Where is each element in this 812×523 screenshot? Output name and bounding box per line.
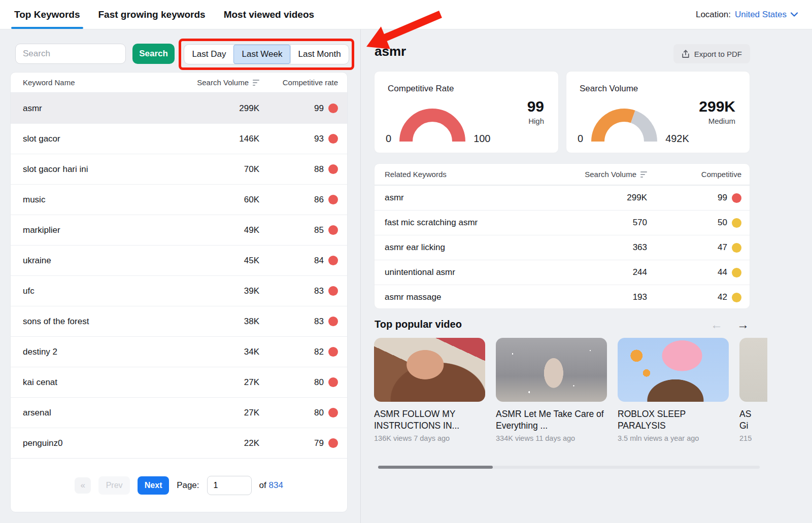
video-card[interactable]: ASMR FOLLOW MY INSTRUCTIONS IN... 136K v…	[374, 338, 485, 455]
keyword-rate: 80	[314, 408, 324, 418]
column-keyword-name: Keyword Name	[23, 78, 163, 87]
related-rate: 99	[718, 193, 727, 203]
table-row[interactable]: kai cenat 27K 80	[11, 367, 347, 397]
location-value: United States	[735, 10, 787, 20]
time-filter-last-month[interactable]: Last Month	[290, 45, 349, 64]
location-label: Location:	[696, 10, 731, 20]
related-row[interactable]: asmr massage 193 42	[375, 285, 750, 309]
tab-label: Top Keywords	[14, 9, 80, 20]
tab-most-viewed-videos[interactable]: Most viewed videos	[224, 0, 314, 29]
competitive-dot	[732, 218, 741, 228]
time-filter-last-week[interactable]: Last Week	[233, 45, 290, 64]
search-volume-card: Search Volume 0 492K 299K Medium	[566, 71, 750, 153]
tab-label: Fast growing keywords	[98, 9, 206, 20]
search-volume-gauge	[586, 104, 662, 145]
time-filter-group: Last Day Last Week Last Month	[184, 44, 349, 64]
related-row[interactable]: asmr ear licking 363 47	[375, 235, 750, 260]
page-number-input[interactable]	[207, 476, 252, 495]
table-row[interactable]: arsenal 27K 80	[11, 397, 347, 428]
column-search-volume[interactable]: Search Volume	[585, 170, 647, 179]
related-rate: 50	[718, 218, 727, 228]
keyword-volume: 60K	[244, 195, 259, 205]
export-pdf-button[interactable]: Export to PDF	[673, 44, 750, 63]
table-row[interactable]: slot gacor hari ini 70K 88	[11, 154, 347, 184]
keyword-name: penguinz0	[23, 438, 163, 448]
pagination: « Prev Next Page: of 834	[11, 458, 347, 512]
video-card[interactable]: ROBLOX SLEEP PARALYSIS 3.5 mln views a y…	[618, 338, 729, 455]
keyword-rate: 86	[314, 195, 324, 205]
carousel-scrollbar-thumb[interactable]	[378, 466, 493, 469]
table-row[interactable]: ukraine 45K 84	[11, 245, 347, 275]
competitive-dot	[328, 195, 338, 204]
gauge-level: Medium	[699, 117, 735, 125]
table-row[interactable]: slot gacor 146K 93	[11, 123, 347, 154]
video-title: AS Gi	[739, 408, 767, 432]
related-rate: 44	[718, 267, 727, 277]
competitive-dot	[328, 438, 338, 448]
search-button[interactable]: Search	[132, 44, 175, 64]
location-selector[interactable]: Location: United States	[696, 10, 798, 20]
panel-divider	[360, 29, 361, 523]
competitive-dot	[328, 377, 338, 387]
column-related-keywords: Related Keywords	[385, 170, 535, 179]
related-table-header: Related Keywords Search Volume Competiti…	[375, 164, 750, 185]
keyword-name: ukraine	[23, 256, 163, 266]
video-card[interactable]: ASMR Let Me Take Care of Everything ... …	[496, 338, 607, 455]
keyword-volume: 299K	[239, 103, 259, 114]
prev-page-button[interactable]: Prev	[98, 476, 130, 495]
related-row[interactable]: asmr 299K 99	[375, 185, 750, 210]
related-rate: 42	[718, 292, 727, 302]
table-row[interactable]: destiny 2 34K 82	[11, 336, 347, 367]
table-row[interactable]: markiplier 49K 85	[11, 215, 347, 245]
competitive-dot	[328, 286, 338, 296]
keyword-rate: 83	[314, 317, 324, 327]
video-thumbnail[interactable]	[618, 338, 729, 402]
keyword-name: slot gacor	[23, 134, 163, 144]
carousel-next-icon[interactable]: →	[737, 319, 749, 331]
annotation-highlight-box: Last Day Last Week Last Month	[179, 39, 354, 70]
table-row[interactable]: sons of the forest 38K 83	[11, 306, 347, 336]
total-pages-link[interactable]: 834	[268, 480, 283, 490]
carousel-prev-icon[interactable]: ←	[710, 319, 723, 331]
video-thumbnail[interactable]	[496, 338, 607, 402]
competitive-dot	[328, 164, 338, 174]
page: Top Keywords Fast growing keywords Most …	[0, 0, 812, 523]
tab-top-keywords[interactable]: Top Keywords	[14, 0, 80, 29]
competitive-dot	[328, 103, 338, 113]
keyword-rate: 88	[314, 164, 324, 175]
related-row[interactable]: unintentional asmr 244 44	[375, 260, 750, 285]
keyword-name: music	[23, 195, 163, 205]
next-page-button[interactable]: Next	[138, 476, 169, 495]
keyword-volume: 49K	[244, 225, 259, 235]
keyword-name: markiplier	[23, 225, 163, 235]
gauge-value: 299K	[699, 98, 735, 115]
related-row[interactable]: fast mic scratching asmr 570 50	[375, 210, 750, 235]
time-filter-last-day[interactable]: Last Day	[184, 45, 233, 64]
videos-carousel-nav: ← →	[710, 319, 749, 331]
gauge-max: 100	[473, 133, 490, 145]
main-tabs: Top Keywords Fast growing keywords Most …	[14, 0, 314, 29]
video-card[interactable]: AS Gi 215	[739, 338, 767, 455]
column-search-volume[interactable]: Search Volume	[197, 78, 259, 87]
related-volume: 570	[633, 218, 647, 228]
top-popular-video-heading: Top popular video	[375, 319, 462, 330]
keyword-volume: 27K	[244, 377, 259, 388]
tab-label: Most viewed videos	[224, 9, 314, 20]
first-page-button[interactable]: «	[75, 477, 91, 494]
carousel-scrollbar-track[interactable]	[378, 466, 760, 469]
related-name: asmr	[385, 193, 535, 203]
table-row[interactable]: penguinz0 22K 79	[11, 428, 347, 458]
table-row[interactable]: music 60K 86	[11, 184, 347, 215]
export-icon	[682, 50, 690, 58]
video-thumbnail[interactable]	[374, 338, 485, 402]
video-title: ROBLOX SLEEP PARALYSIS	[618, 408, 729, 432]
keyword-name: destiny 2	[23, 347, 163, 357]
video-thumbnail[interactable]	[739, 338, 767, 402]
competitive-dot	[328, 408, 338, 417]
table-row[interactable]: ufc 39K 83	[11, 275, 347, 306]
keyword-table-header: Keyword Name Search Volume Competitive r…	[11, 73, 347, 93]
search-input[interactable]	[15, 44, 126, 64]
table-row[interactable]: asmr 299K 99	[11, 93, 347, 123]
tab-fast-growing-keywords[interactable]: Fast growing keywords	[98, 0, 206, 29]
keyword-rate: 83	[314, 286, 324, 296]
